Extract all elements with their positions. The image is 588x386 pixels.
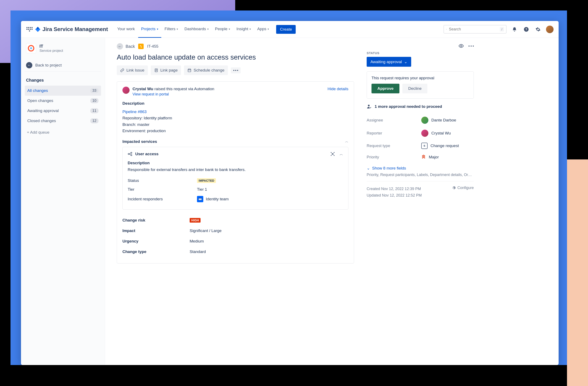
decline-button[interactable]: Decline xyxy=(402,84,427,93)
reporter-label: Reporter xyxy=(367,131,421,135)
nav-filters[interactable]: Filters▾ xyxy=(162,21,181,38)
nav-dashboards[interactable]: Dashboards▾ xyxy=(181,21,211,38)
view-in-portal-link[interactable]: View request in portal xyxy=(132,92,214,96)
back-button[interactable]: ← Back xyxy=(117,43,135,50)
hide-details-link[interactable]: Hide details xyxy=(328,87,348,91)
svg-line-25 xyxy=(333,153,334,154)
search-input[interactable] xyxy=(449,27,498,32)
person-check-icon xyxy=(367,104,372,109)
chevron-down-icon: ▾ xyxy=(177,27,178,31)
request-type-value[interactable]: Change request xyxy=(421,143,459,149)
svg-line-1 xyxy=(446,29,447,30)
more-icon[interactable] xyxy=(468,43,474,49)
count-badge: 11 xyxy=(90,108,99,113)
svg-rect-29 xyxy=(199,198,202,200)
impacted-services-toggle[interactable]: Impacted services ︿ xyxy=(123,139,348,144)
status-label: STATUS xyxy=(367,51,474,55)
product-logo[interactable]: Jira Service Management xyxy=(35,26,108,33)
change-request-icon xyxy=(421,143,428,149)
svg-text:?: ? xyxy=(525,27,527,31)
issue-title: Auto load balance update on access servi… xyxy=(117,53,354,61)
graph-icon[interactable] xyxy=(330,152,335,156)
service-card: User access ︿ Description Responsible fo… xyxy=(123,147,348,210)
topbar: Jira Service Management Your work Projec… xyxy=(21,21,559,38)
product-name: Jira Service Management xyxy=(42,26,108,33)
primary-nav: Your work Projects▾ Filters▾ Dashboards▾… xyxy=(114,21,272,38)
create-button[interactable]: Create xyxy=(276,25,296,34)
svg-rect-10 xyxy=(188,69,191,72)
settings-icon[interactable] xyxy=(534,26,542,33)
svg-line-26 xyxy=(332,154,333,155)
description-label: Description xyxy=(123,101,348,106)
help-icon[interactable]: ? xyxy=(523,26,530,33)
link-icon xyxy=(120,68,124,72)
app-switcher-icon[interactable] xyxy=(26,26,33,33)
count-badge: 10 xyxy=(90,98,99,103)
nav-apps[interactable]: Apps▾ xyxy=(254,21,272,38)
add-queue-button[interactable]: + Add queue xyxy=(25,126,101,139)
count-badge: 12 xyxy=(90,118,99,123)
priority-major-icon xyxy=(421,155,426,159)
nav-people[interactable]: People▾ xyxy=(212,21,233,38)
approval-count: 1 more approval needed to proceed xyxy=(367,104,474,109)
svg-point-15 xyxy=(131,152,132,154)
status-dropdown[interactable]: Awaiting approval ⌄ xyxy=(367,57,411,67)
approval-panel: This request requires your approval Appr… xyxy=(367,71,474,99)
nav-your-work[interactable]: Your work xyxy=(114,21,138,38)
link-issue-button[interactable]: Link Issue xyxy=(117,65,148,75)
sidebar-item-open-changes[interactable]: Open changes 10 xyxy=(25,96,101,106)
chevron-down-icon: ⌄ xyxy=(404,59,407,64)
sidebar-item-closed-changes[interactable]: Closed changes 12 xyxy=(25,116,101,126)
app-window: Jira Service Management Your work Projec… xyxy=(21,21,559,365)
search-shortcut: / xyxy=(500,27,504,32)
count-badge: 33 xyxy=(90,88,99,93)
change-issue-type-icon xyxy=(138,44,144,49)
configure-link[interactable]: Configure xyxy=(452,186,474,190)
priority-value[interactable]: Major xyxy=(421,155,439,159)
reporter-value[interactable]: Crystal Wu xyxy=(421,130,451,137)
svg-point-22 xyxy=(331,155,332,156)
gear-icon xyxy=(452,186,456,190)
chevron-down-icon: ▾ xyxy=(207,27,209,31)
svg-line-24 xyxy=(332,153,333,154)
risk-badge: HIGH xyxy=(190,218,201,223)
nav-insight[interactable]: Insight▾ xyxy=(233,21,254,38)
project-icon xyxy=(26,43,36,53)
calendar-icon xyxy=(187,68,191,72)
reporter-avatar xyxy=(421,130,428,137)
chevron-down-icon: ▾ xyxy=(229,27,230,31)
svg-line-18 xyxy=(129,154,131,155)
approval-message: This request requires your approval xyxy=(372,76,469,80)
service-icon xyxy=(128,152,132,156)
chevron-down-icon: ▾ xyxy=(157,27,158,31)
svg-line-17 xyxy=(129,153,131,154)
service-desc-label: Description xyxy=(128,161,343,165)
divider xyxy=(367,181,474,181)
project-header[interactable]: IT Service project xyxy=(25,43,101,53)
watch-icon[interactable] xyxy=(459,43,464,49)
issue-key[interactable]: IT-455 xyxy=(147,44,158,49)
notifications-icon[interactable] xyxy=(511,26,518,33)
status-badge: IMPACTED xyxy=(197,178,216,183)
request-type-label: Request type xyxy=(367,143,421,148)
sidebar-item-all-changes[interactable]: All changes 33 xyxy=(25,86,101,96)
svg-point-20 xyxy=(331,152,332,153)
link-page-button[interactable]: Link page xyxy=(151,65,181,75)
sidebar-item-awaiting-approval[interactable]: Awaiting approval 11 xyxy=(25,106,101,116)
nav-projects[interactable]: Projects▾ xyxy=(138,21,161,38)
priority-label: Priority xyxy=(367,155,421,159)
svg-point-31 xyxy=(368,105,370,106)
assignee-value[interactable]: Dante Darboe xyxy=(421,117,456,124)
back-to-project[interactable]: ← Back to project xyxy=(25,59,101,72)
show-more-fields[interactable]: ⌄ Show 8 more fields xyxy=(367,166,474,171)
chevron-up-icon[interactable]: ︿ xyxy=(339,152,343,156)
schedule-change-button[interactable]: Schedule change xyxy=(184,65,228,75)
global-search[interactable]: / xyxy=(443,25,506,34)
more-actions-button[interactable] xyxy=(231,67,241,74)
pipeline-link[interactable]: Pipeline #863 xyxy=(123,110,147,114)
requester-avatar xyxy=(123,87,129,94)
svg-point-0 xyxy=(446,29,446,29)
user-avatar[interactable] xyxy=(546,26,554,33)
approve-button[interactable]: Approve xyxy=(372,84,399,93)
assignee-avatar xyxy=(421,117,428,124)
